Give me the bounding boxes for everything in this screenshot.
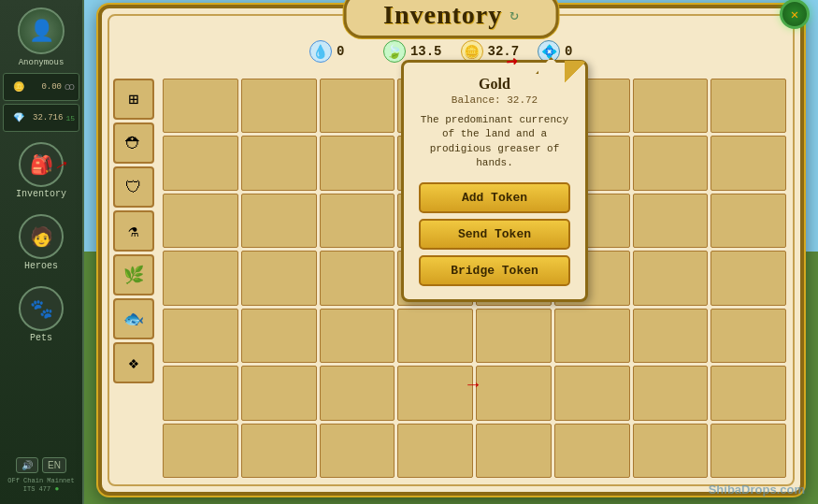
heroes-person-icon: 🧑 [30, 225, 53, 249]
grid-cell[interactable] [476, 424, 552, 478]
grid-cell[interactable] [241, 194, 317, 248]
close-button[interactable]: ✕ [780, 0, 810, 29]
title-banner: Inventory ↻ [343, 0, 559, 38]
grid-cell[interactable] [163, 79, 238, 133]
grid-cell[interactable] [710, 251, 786, 305]
grid-cell[interactable] [633, 309, 709, 363]
gold-popup-balance: Balance: 32.72 [419, 94, 570, 106]
grid-cell[interactable] [163, 194, 238, 248]
grid-cell[interactable] [241, 79, 317, 133]
grid-cell[interactable] [710, 79, 786, 133]
grid-cell[interactable] [633, 424, 709, 478]
grid-cell[interactable] [320, 366, 395, 420]
grid-cell[interactable] [241, 251, 317, 305]
sidebar-item-inventory[interactable]: 🎒 Inventory [7, 138, 75, 203]
category-btn-gems[interactable]: ❖ [113, 342, 154, 383]
gold-popup-description: The predominant currency of the land and… [419, 113, 570, 171]
avatar-image: 👤 [20, 9, 63, 52]
currency-val-1: 0.00 [33, 82, 62, 92]
refresh-icon[interactable]: ↻ [509, 6, 519, 24]
category-sidebar: ⊞ ⛑ 🛡 ⚗ 🌿 🐟 ❖ [113, 76, 160, 481]
leaf-currency-val: 13.5 [410, 44, 442, 59]
grid-cell[interactable] [320, 309, 395, 363]
grid-cell[interactable] [710, 366, 786, 420]
currency-label-1: Ꝏ [65, 83, 75, 92]
category-btn-layers[interactable]: ⊞ [113, 79, 154, 120]
category-btn-shield[interactable]: 🛡 [113, 166, 154, 208]
grid-cell[interactable] [710, 424, 786, 478]
grid-cell[interactable] [710, 136, 786, 190]
watermark: ShibaDrops.com [709, 482, 805, 497]
grid-cell[interactable] [320, 424, 395, 478]
grid-cell[interactable] [710, 309, 786, 363]
chain-info: OFf Chain Mainnet ITS 477 ● [7, 477, 74, 493]
grid-cell[interactable] [163, 366, 238, 420]
grid-cell[interactable] [476, 366, 552, 420]
grid-cell[interactable] [633, 366, 709, 420]
currency-row-2: 💎 32.716 15 [3, 104, 79, 132]
gold-currency-val: 32.7 [488, 44, 520, 59]
gem-currency-val: 0 [565, 44, 593, 59]
currency-val-2: 32.716 [33, 113, 63, 122]
add-token-button[interactable]: Add Token [419, 182, 570, 213]
grid-cell[interactable] [241, 309, 317, 363]
grid-cell[interactable] [397, 366, 473, 420]
inventory-icon-circle: 🎒 [19, 142, 64, 187]
currency-item-water: 💧 0 [309, 40, 365, 63]
pets-icon-circle: 🐾 [19, 286, 64, 331]
gold-popup: Gold Balance: 32.72 The predominant curr… [401, 60, 588, 302]
sidebar: 👤 Anonymous 🪙 0.00 Ꝏ 💎 32.716 15 🎒 Inven… [0, 0, 84, 504]
gold-popup-title: Gold [419, 76, 570, 93]
grid-cell[interactable] [163, 136, 238, 190]
modal-title: Inventory [383, 0, 502, 30]
grid-cell[interactable] [320, 251, 395, 305]
sidebar-item-heroes[interactable]: 🧑 Heroes [7, 210, 75, 275]
grid-cell[interactable] [163, 251, 238, 305]
inventory-chest-icon: 🎒 [30, 153, 53, 177]
category-btn-helmet[interactable]: ⛑ [113, 122, 154, 164]
grid-cell[interactable] [476, 309, 552, 363]
grid-cell[interactable] [241, 136, 317, 190]
grid-cell[interactable] [633, 79, 709, 133]
chain-code: ITS 477 [23, 485, 50, 493]
grid-cell[interactable] [320, 79, 395, 133]
chain-status-dot: ● [54, 484, 59, 493]
bridge-token-button[interactable]: Bridge Token [419, 255, 570, 286]
popup-curl-decoration [565, 61, 587, 83]
inventory-modal: Inventory ↻ ✕ 💧 0 🍃 13.5 🪙 32.7 💠 0 ⊞ ⛑ … [98, 5, 804, 496]
send-token-button[interactable]: Send Token [419, 219, 570, 250]
chain-label: OFf Chain Mainnet [7, 477, 74, 484]
sidebar-item-pets[interactable]: 🐾 Pets [7, 282, 75, 347]
grid-cell[interactable] [710, 194, 786, 248]
grid-cell[interactable] [397, 309, 473, 363]
grid-cell[interactable] [554, 424, 630, 478]
heroes-nav-label: Heroes [24, 261, 58, 271]
grid-cell[interactable] [397, 424, 473, 478]
language-button[interactable]: EN [42, 457, 66, 473]
water-currency-icon: 💧 [309, 40, 332, 63]
grid-cell[interactable] [554, 366, 630, 420]
bottom-controls: 🔊 EN [16, 457, 66, 473]
grid-cell[interactable] [633, 251, 709, 305]
category-btn-fish[interactable]: 🐟 [113, 298, 154, 339]
currency-row-1: 🪙 0.00 Ꝏ [3, 73, 79, 101]
category-btn-potion[interactable]: ⚗ [113, 210, 154, 252]
grid-cell[interactable] [633, 194, 709, 248]
grid-cell[interactable] [320, 136, 395, 190]
grid-cell[interactable] [241, 424, 317, 478]
grid-cell[interactable] [633, 136, 709, 190]
grid-cell[interactable] [163, 424, 238, 478]
grid-cell[interactable] [241, 366, 317, 420]
sound-button[interactable]: 🔊 [16, 457, 38, 473]
coin-icon: 🪙 [7, 76, 30, 98]
pets-nav-label: Pets [30, 333, 52, 343]
grid-cell[interactable] [554, 309, 630, 363]
category-btn-herb[interactable]: 🌿 [113, 254, 154, 295]
grid-cell[interactable] [163, 309, 238, 363]
player-name: Anonymous [19, 58, 65, 67]
inventory-nav-label: Inventory [16, 189, 66, 199]
player-avatar: 👤 [18, 7, 65, 54]
sidebar-indicator: 15 [65, 114, 75, 122]
grid-cell[interactable] [320, 194, 395, 248]
heroes-icon-circle: 🧑 [19, 214, 64, 259]
